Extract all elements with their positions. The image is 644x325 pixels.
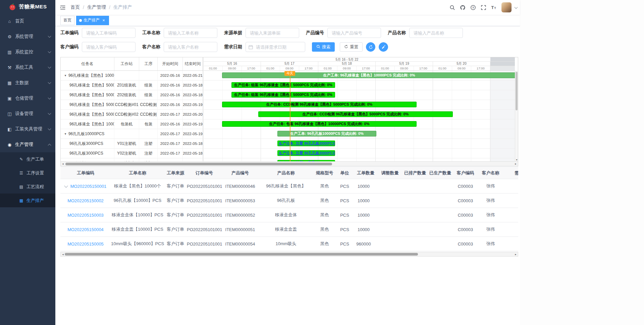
sidebar-item-monitor[interactable]: ▥系统监控 (0, 44, 55, 60)
sidebar-item-database[interactable]: ▦主数据 (0, 75, 55, 91)
search-icon[interactable] (447, 3, 457, 12)
table-row[interactable]: MO202205150004移液盒盒盖【10000】PCS客户订单PO20220… (60, 222, 518, 237)
submenu-item-process-flow[interactable]: ▤工艺流程 (0, 180, 55, 194)
gantt-task-row[interactable]: 96孔孔板3000PCSY03注塑机注塑2022-05-172022-05-19 (61, 158, 203, 161)
gantt-task-row[interactable]: 96孔移液盒【黑色】5000PCSCCD检测#01CCD检测2022-05-16… (61, 100, 203, 110)
filter-field-customer-code: 客户编码 (60, 42, 136, 52)
scrollbar-thumb[interactable] (516, 72, 518, 110)
work-order-link[interactable]: MO202205150005 (67, 241, 104, 247)
scrollbar-thumb[interactable] (65, 163, 332, 165)
gantt-horizontal-scrollbar[interactable]: ◄ ► (61, 161, 518, 166)
scroll-right-arrow[interactable]: ► (515, 162, 517, 166)
fullscreen-icon[interactable] (479, 3, 488, 12)
gantt-bar[interactable]: 生产任务: 包装 96孔移液盒【黑色】10000PCS 完成比例: 0% (222, 121, 417, 127)
breadcrumb-item[interactable]: 生产管理 (87, 4, 106, 10)
sidebar-item-tools[interactable]: ⚒系统工具 (0, 60, 55, 75)
product-code-input[interactable] (327, 28, 381, 38)
timeline-hour-label: 17:00 (242, 66, 261, 70)
timeline-day-label: 5月 18 (318, 62, 376, 66)
gantt-timeline-row: 生产任务: CCD检测 96孔移液盒【黑色】5000PCS 完成比例: 0% (204, 110, 515, 119)
gantt-bar[interactable]: 生产工单: 96孔孔板10000PCS 完成比例: 0% (277, 131, 376, 137)
gantt-grid-body: ▼96孔移液盒【黑色】10000PCS2022-05-162022-05-219… (61, 71, 203, 161)
gantt-task-row[interactable]: ▼96孔移液盒【黑色】10000PCS2022-05-162022-05-21 (61, 71, 203, 80)
sidebar-item-production[interactable]: ◉生产管理 (0, 137, 55, 152)
edit-circle-button[interactable] (379, 42, 388, 52)
github-icon[interactable] (458, 3, 467, 12)
work-order-link[interactable]: MO202205150004 (67, 227, 104, 232)
active-tag-dot (79, 19, 82, 22)
process-icon: ☰ (19, 171, 24, 175)
caret-down-icon[interactable] (515, 5, 518, 9)
gantt-task-row[interactable]: 96孔移液盒【黑色】5000PCSZ02组装机组装2022-05-162022-… (61, 90, 203, 100)
caret-down-icon[interactable]: ▼ (64, 132, 67, 136)
chevron-down-icon (48, 112, 51, 115)
demand-date-input[interactable] (246, 42, 305, 52)
avatar[interactable] (501, 2, 512, 12)
table-row[interactable]: MO202205150001移液盒【黑色】10000个客户订单PO2022051… (60, 179, 518, 194)
gantt-bar[interactable]: 生产任务: 组装 96孔移液盒【黑色】5000PCS 完成比例: 0% (231, 92, 335, 98)
work-order-name-input[interactable] (164, 28, 217, 38)
gantt-bar[interactable]: 生产任务: CCD检测 96孔移液盒【黑色】5000PCS 完成比例: 0% (258, 111, 453, 117)
submenu-item-production-work-order[interactable]: ✎生产工单 (0, 152, 55, 166)
breadcrumb-item[interactable]: 首页 (70, 4, 80, 10)
work-order-link[interactable]: MO202205150001 (70, 184, 107, 189)
search-button[interactable]: 搜索 (312, 42, 335, 52)
font-size-icon[interactable]: TT (489, 3, 498, 12)
sidebar-item-warehouse[interactable]: ▣仓储管理 (0, 91, 55, 106)
timeline-hour-row: 01:0009:0017:0001:0009:0017:0001:0009:00… (204, 66, 515, 71)
gantt-bar[interactable]: 生产任务: 注塑 96孔孔板3000PCS 完成比例: 0% (277, 160, 335, 161)
timeline-day-label: 5月 16 (204, 62, 261, 66)
tab-home[interactable]: 首页 (60, 16, 74, 25)
reset-button[interactable]: 重置 (340, 42, 363, 52)
work-order-link[interactable]: MO202205150002 (67, 198, 104, 203)
source-document-input[interactable] (246, 28, 299, 38)
gantt-vertical-scrollbar[interactable]: ▼ (515, 71, 518, 161)
app-logo[interactable]: 苦糖果MES (0, 0, 55, 13)
gantt-bar[interactable]: 生产任务: 组装 96孔移液盒【黑色】5000PCS 完成比例: 0% (231, 82, 335, 88)
gantt-bar[interactable]: 生产工单: 96孔移液盒【黑色】10000PCS 完成比例: 0% (222, 72, 515, 78)
table-header-row: 工单编码工单名称工单来源订单编号产品编号产品名称规格型号单位工单数量调整数量已排… (60, 167, 518, 179)
task-name: 96孔移液盒【黑色】5000PCS (69, 92, 114, 98)
scroll-down-arrow[interactable]: ▼ (515, 159, 518, 161)
product-name-input[interactable] (409, 28, 463, 38)
hamburger-icon[interactable] (55, 5, 70, 10)
scroll-right-arrow[interactable]: ► (515, 252, 517, 257)
table-row[interactable]: MO20220515000296孔孔板【10000】PCS客户订单PO20220… (60, 194, 518, 208)
gantt-bar[interactable]: 生产任务: 注塑 96孔孔板3000PCS 完成比例: 0% (277, 141, 335, 146)
sidebar-item-device[interactable]: ◫设备管理 (0, 106, 55, 121)
table-row[interactable]: MO20220515000510mm吸头【960000】PCS客户订单PO202… (60, 237, 518, 251)
scroll-left-arrow[interactable]: ◄ (62, 252, 64, 257)
question-icon[interactable]: ? (468, 3, 478, 12)
scrollbar-thumb[interactable] (65, 253, 418, 256)
customer-name-input[interactable] (164, 42, 217, 52)
sidebar-item-fixture[interactable]: ◧工装夹具管理 (0, 121, 55, 137)
close-icon[interactable]: × (101, 18, 106, 23)
sidebar-item-home[interactable]: ⌂首页 (0, 13, 55, 29)
gantt-bar[interactable]: 生产任务: 注塑 96孔孔板3000PCS 完成比例: 0% (277, 150, 335, 156)
table-row[interactable]: MO202205150003移液盒盒体【10000】PCS客户订单PO20220… (60, 208, 518, 222)
gantt-task-row[interactable]: 96孔孔板3000PCSY01注塑机注塑2022-05-172022-05-18 (61, 139, 203, 149)
gantt-timeline-row: 生产任务: CCD检测 96孔移液盒【黑色】5000PCS 完成比例: 0% (204, 100, 515, 110)
submenu-item-production-scheduling[interactable]: ▦生产排产 (0, 194, 55, 207)
gantt-task-row[interactable]: 96孔移液盒【黑色】5000PCSCCD检测#02CCD检测2022-05-17… (61, 110, 203, 119)
refresh-circle-button[interactable] (366, 42, 375, 52)
work-order-code-input[interactable] (82, 28, 136, 38)
customer-code-input[interactable] (82, 42, 136, 52)
submenu-item-process-settings[interactable]: ☰工序设置 (0, 166, 55, 180)
table-horizontal-scrollbar[interactable]: ◄ ► (60, 252, 518, 257)
tab-production-scheduling[interactable]: 生产排产× (76, 16, 109, 25)
caret-down-icon[interactable]: ▼ (64, 74, 67, 77)
column-header-scheduled: 已排产数量 (402, 167, 428, 179)
chevron-down-icon[interactable] (64, 184, 68, 187)
gantt-task-row[interactable]: 96孔移液盒【黑色】5000PCSZ01组装机组装2022-05-162022-… (61, 80, 203, 90)
gantt-task-row[interactable]: ▼96孔孔板10000PCS2022-05-172022-05-19 (61, 129, 203, 139)
gantt-task-grid: 任务名工作站工序开始时间结束时间 ▼96孔移液盒【黑色】10000PCS2022… (61, 57, 203, 161)
gantt-grid-header-row: 任务名工作站工序开始时间结束时间 (61, 57, 203, 71)
gantt-task-row[interactable]: 96孔孔板3000PCSY02注塑机注塑2022-05-172022-05-18 (61, 149, 203, 158)
timeline-hour-label: 01:00 (433, 66, 452, 70)
scroll-left-arrow[interactable]: ◄ (62, 162, 64, 166)
gantt-task-row[interactable]: 96孔移液盒【黑色】10000PCS包装机包装2022-05-162022-05… (61, 119, 203, 129)
work-order-link[interactable]: MO202205150003 (67, 213, 104, 218)
sidebar-item-gear[interactable]: ⚙系统管理 (0, 29, 55, 44)
gantt-bar[interactable]: 生产任务: CCD检测 96孔移液盒【黑色】5000PCS 完成比例: 0% (222, 102, 417, 107)
